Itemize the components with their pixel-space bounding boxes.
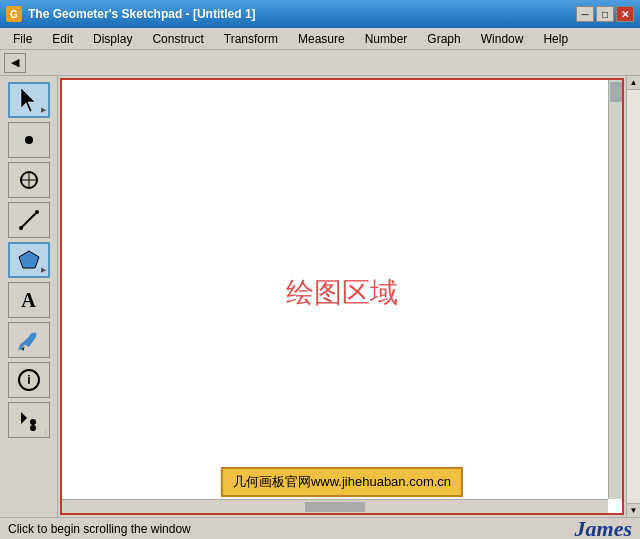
info-tool[interactable]: i	[8, 362, 50, 398]
scrollbar-thumb[interactable]	[610, 82, 622, 102]
menu-window[interactable]: Window	[472, 29, 533, 49]
minimize-button[interactable]: ─	[576, 6, 594, 22]
info-icon: i	[17, 368, 41, 392]
menu-file[interactable]: File	[4, 29, 41, 49]
arrow-cursor-icon	[17, 86, 41, 114]
menu-transform[interactable]: Transform	[215, 29, 287, 49]
text-icon: A	[21, 289, 35, 312]
polygon-icon	[17, 248, 41, 272]
status-message: Click to begin scrolling the window	[8, 522, 575, 536]
select-tool[interactable]: ▶	[8, 82, 50, 118]
close-button[interactable]: ✕	[616, 6, 634, 22]
window-controls: ─ □ ✕	[576, 6, 634, 22]
svg-line-12	[19, 346, 21, 350]
compass-icon	[17, 168, 41, 192]
menu-number[interactable]: Number	[356, 29, 417, 49]
svg-point-17	[30, 425, 36, 431]
h-scrollbar-thumb[interactable]	[305, 502, 365, 512]
james-logo: James	[575, 516, 632, 540]
drawing-area[interactable]: 绘图区域 几何画板官网www.jihehuaban.com.cn	[62, 80, 622, 513]
advertisement-text: 几何画板官网www.jihehuaban.com.cn	[233, 474, 451, 489]
menu-help[interactable]: Help	[534, 29, 577, 49]
pencil-icon	[17, 328, 41, 352]
main-right-scrollbar[interactable]: ▲ ▼	[626, 76, 640, 517]
maximize-button[interactable]: □	[596, 6, 614, 22]
svg-marker-15	[21, 412, 27, 424]
svg-text:i: i	[27, 373, 30, 387]
submenu-indicator-icon: :	[45, 428, 47, 435]
submenu-indicator-icon: ▶	[41, 266, 46, 274]
point-icon	[17, 128, 41, 152]
window-title: The Geometer's Sketchpad - [Untitled 1]	[28, 7, 576, 21]
advertisement-bar: 几何画板官网www.jihehuaban.com.cn	[221, 467, 463, 497]
custom-tool[interactable]: :	[8, 402, 50, 438]
canvas-watermark: 绘图区域	[286, 274, 398, 312]
title-bar: G The Geometer's Sketchpad - [Untitled 1…	[0, 0, 640, 28]
compass-tool[interactable]	[8, 162, 50, 198]
toolbar: ◀	[0, 50, 640, 76]
main-area: ▶	[0, 76, 640, 517]
custom-tool-icon	[17, 408, 41, 432]
line-icon	[17, 208, 41, 232]
back-button[interactable]: ◀	[4, 53, 26, 73]
menu-bar: File Edit Display Construct Transform Me…	[0, 28, 640, 50]
text-tool[interactable]: A	[8, 282, 50, 318]
svg-point-7	[35, 210, 39, 214]
svg-marker-8	[19, 251, 39, 268]
submenu-indicator-icon: ▶	[41, 106, 46, 114]
pencil-tool[interactable]	[8, 322, 50, 358]
svg-marker-0	[21, 88, 35, 112]
svg-point-1	[25, 136, 33, 144]
point-tool[interactable]	[8, 122, 50, 158]
menu-graph[interactable]: Graph	[418, 29, 469, 49]
menu-measure[interactable]: Measure	[289, 29, 354, 49]
menu-display[interactable]: Display	[84, 29, 141, 49]
menu-edit[interactable]: Edit	[43, 29, 82, 49]
svg-line-5	[21, 212, 37, 228]
menu-construct[interactable]: Construct	[143, 29, 212, 49]
horizontal-scrollbar[interactable]	[62, 499, 608, 513]
app-icon: G	[6, 6, 22, 22]
vertical-scrollbar[interactable]	[608, 80, 622, 499]
scroll-up-button[interactable]: ▲	[627, 76, 641, 90]
canvas-container[interactable]: 绘图区域 几何画板官网www.jihehuaban.com.cn	[60, 78, 624, 515]
back-icon: ◀	[11, 56, 19, 69]
svg-point-6	[19, 226, 23, 230]
status-bar: Click to begin scrolling the window Jame…	[0, 517, 640, 539]
left-toolbar: ▶	[0, 76, 58, 517]
polygon-tool[interactable]: ▶	[8, 242, 50, 278]
line-tool[interactable]	[8, 202, 50, 238]
scroll-track[interactable]	[627, 90, 640, 503]
